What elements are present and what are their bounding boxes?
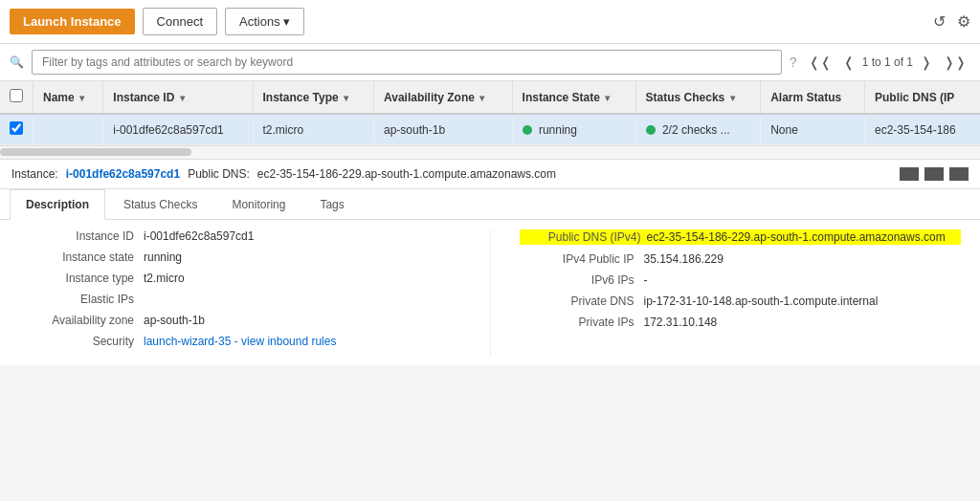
next-page-button[interactable]: ❭ [917, 53, 936, 72]
cell-instance-id: i-001dfe62c8a597cd1 [103, 114, 253, 145]
last-page-button[interactable]: ❭❭ [940, 53, 970, 72]
detail-row-ipv4-public-ip: IPv4 Public IP 35.154.186.229 [520, 252, 962, 266]
prev-page-button[interactable]: ❬ [839, 53, 858, 72]
detail-row-private-dns: Private DNS ip-172-31-10-148.ap-south-1.… [520, 294, 962, 308]
pagination: ❬❬ ❬ 1 to 1 of 1 ❭ ❭❭ [805, 53, 970, 72]
cell-instance-state: running [512, 114, 635, 145]
detail-value-public-dns-ipv4: ec2-35-154-186-229.ap-south-1.compute.am… [644, 229, 962, 245]
detail-row-private-ips: Private IPs 172.31.10.148 [520, 316, 962, 329]
search-icon: 🔍 [10, 55, 24, 69]
detail-row-availability-zone: Availability zone ap-south-1b [19, 314, 461, 327]
detail-value-ipv6-ips: - [644, 273, 962, 287]
detail-value-instance-type: t2.micro [144, 272, 461, 285]
detail-row-elastic-ips: Elastic IPs [19, 293, 461, 306]
connect-button[interactable]: Connect [143, 8, 217, 35]
horizontal-scrollbar[interactable] [0, 148, 191, 156]
cell-name [33, 114, 103, 145]
tab-tags[interactable]: Tags [303, 189, 360, 219]
cell-alarm-status: None [761, 114, 865, 145]
detail-right-col: Public DNS (IPv4) ec2-35-154-186-229.ap-… [501, 229, 981, 356]
minimize-icon[interactable] [900, 167, 919, 181]
toolbar-right: ↺ ⚙ [933, 12, 970, 31]
detail-value-instance-id: i-001dfe62c8a597cd1 [144, 229, 461, 243]
select-all-checkbox[interactable] [10, 89, 23, 102]
detail-instance-label: Instance: [11, 167, 58, 181]
help-icon[interactable]: ? [790, 54, 797, 70]
table-row[interactable]: i-001dfe62c8a597cd1 t2.micro ap-south-1b… [0, 114, 980, 145]
row-checkbox[interactable] [10, 121, 23, 135]
detail-value-ipv4-public-ip: 35.154.186.229 [644, 252, 962, 266]
toolbar: Launch Instance Connect Actions ▾ ↺ ⚙ [0, 0, 980, 44]
detail-value-availability-zone: ap-south-1b [144, 314, 461, 327]
tab-monitoring[interactable]: Monitoring [215, 189, 301, 219]
detail-content: Instance ID i-001dfe62c8a597cd1 Instance… [0, 220, 980, 365]
label-public-dns-ipv4: Public DNS (IPv4) [520, 229, 644, 245]
restore-icon[interactable] [924, 167, 944, 181]
status-check-dot [646, 125, 656, 135]
detail-row-ipv6-ips: IPv6 IPs - [520, 273, 962, 287]
detail-value-private-ips: 172.31.10.148 [644, 316, 962, 329]
col-availability-zone[interactable]: Availability Zone ▾ [374, 81, 513, 114]
search-input[interactable] [32, 50, 782, 75]
tab-description[interactable]: Description [10, 189, 105, 220]
refresh-icon[interactable]: ↺ [933, 12, 946, 31]
tab-status-checks[interactable]: Status Checks [107, 189, 213, 219]
col-name[interactable]: Name ▾ [33, 81, 103, 114]
col-instance-state[interactable]: Instance State ▾ [512, 81, 635, 114]
detail-row-instance-id: Instance ID i-001dfe62c8a597cd1 [19, 229, 461, 243]
search-bar: 🔍 ? ❬❬ ❬ 1 to 1 of 1 ❭ ❭❭ [0, 44, 980, 81]
detail-divider [490, 229, 491, 356]
scroll-indicator[interactable] [0, 148, 980, 160]
col-public-dns[interactable]: Public DNS (IP [864, 81, 980, 114]
cell-public-dns: ec2-35-154-186 [864, 114, 980, 145]
detail-row-security: Security launch-wizard-35 - view inbound… [19, 335, 461, 348]
detail-tabs: Description Status Checks Monitoring Tag… [0, 189, 980, 220]
detail-row-instance-state: Instance state running [19, 250, 461, 264]
detail-value-private-dns: ip-172-31-10-148.ap-south-1.compute.inte… [644, 294, 962, 308]
select-all-checkbox-header[interactable] [0, 81, 33, 114]
detail-value-instance-state: running [144, 250, 461, 264]
instances-table: Name ▾ Instance ID ▾ Instance Type ▾ Ava… [0, 81, 980, 145]
maximize-icon[interactable] [949, 167, 969, 181]
detail-public-dns-label: Public DNS: [188, 167, 250, 181]
detail-instance-id-link[interactable]: i-001dfe62c8a597cd1 [66, 167, 180, 181]
cell-instance-type: t2.micro [253, 114, 374, 145]
detail-header-right [900, 167, 969, 181]
detail-value-security: launch-wizard-35 - view inbound rules [144, 335, 461, 348]
first-page-button[interactable]: ❬❬ [805, 53, 835, 72]
detail-left-col: Instance ID i-001dfe62c8a597cd1 Instance… [0, 229, 480, 356]
col-status-checks[interactable]: Status Checks ▾ [635, 81, 761, 114]
detail-header: Instance: i-001dfe62c8a597cd1 Public DNS… [0, 160, 980, 189]
detail-public-dns-value: ec2-35-154-186-229.ap-south-1.compute.am… [257, 167, 556, 181]
actions-button[interactable]: Actions ▾ [225, 8, 304, 35]
cell-status-checks: 2/2 checks ... [635, 114, 761, 145]
running-status-dot [523, 125, 532, 135]
detail-row-public-dns-ipv4: Public DNS (IPv4) ec2-35-154-186-229.ap-… [520, 229, 962, 245]
col-instance-type[interactable]: Instance Type ▾ [253, 81, 374, 114]
instances-table-container: Name ▾ Instance ID ▾ Instance Type ▾ Ava… [0, 81, 980, 146]
col-alarm-status[interactable]: Alarm Status [761, 81, 865, 114]
settings-icon[interactable]: ⚙ [957, 12, 970, 31]
launch-instance-button[interactable]: Launch Instance [10, 9, 135, 34]
pagination-text: 1 to 1 of 1 [862, 55, 913, 69]
col-instance-id[interactable]: Instance ID ▾ [103, 81, 253, 114]
row-checkbox-cell[interactable] [0, 114, 33, 145]
detail-row-instance-type: Instance type t2.micro [19, 272, 461, 285]
cell-availability-zone: ap-south-1b [374, 114, 513, 145]
